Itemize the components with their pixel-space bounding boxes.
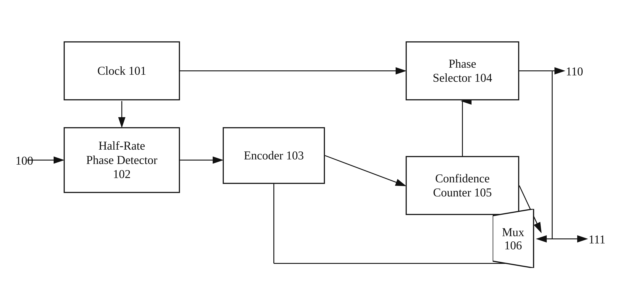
svg-text:106: 106	[504, 239, 522, 252]
hrpd-label: Half-Rate Phase Detector 102	[86, 139, 157, 181]
phase-selector-label: Phase Selector 104	[433, 57, 492, 85]
svg-line-6	[325, 156, 405, 186]
clock-block: Clock 101	[64, 41, 180, 100]
signal-111-label: 111	[588, 233, 605, 246]
encoder-label: Encoder 103	[244, 149, 304, 163]
signal-110-label: 110	[566, 65, 583, 78]
mux-container: Mux 106	[493, 209, 538, 268]
signal-100-label: 100	[16, 154, 33, 167]
confidence-counter-block: Confidence Counter 105	[406, 156, 519, 215]
svg-text:Mux: Mux	[502, 226, 524, 239]
clock-label: Clock 101	[97, 64, 146, 78]
hrpd-block: Half-Rate Phase Detector 102	[64, 127, 180, 193]
phase-selector-block: Phase Selector 104	[406, 41, 519, 100]
diagram-container: Clock 101 Half-Rate Phase Detector 102 E…	[0, 0, 644, 307]
encoder-block: Encoder 103	[223, 127, 325, 184]
mux-svg: Mux 106	[493, 209, 538, 268]
confidence-counter-label: Confidence Counter 105	[433, 171, 492, 200]
